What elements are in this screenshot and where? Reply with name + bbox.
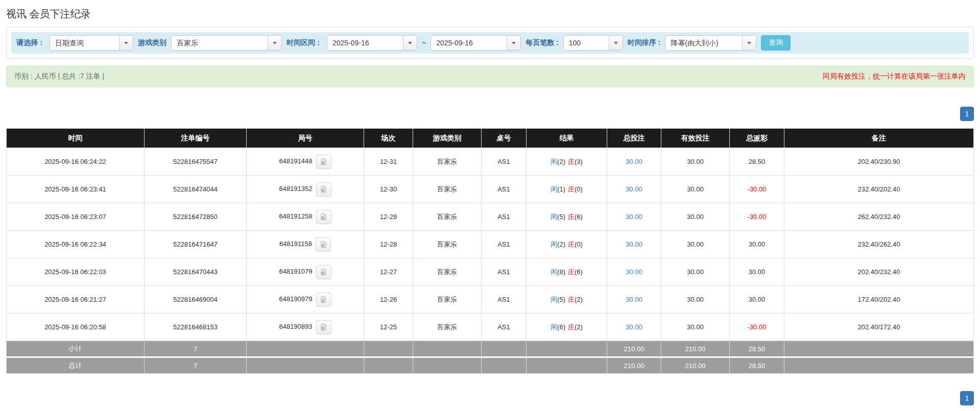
chevron-down-icon [614, 42, 618, 46]
cell-bet-id: 522816471647 [145, 231, 247, 258]
cell-session: 12-26 [364, 286, 413, 313]
cell-game-type: 百家乐 [413, 231, 482, 258]
time-sort-select[interactable]: 降幂(由大到小) [665, 35, 756, 51]
banker-result-label: 庄 [568, 296, 575, 303]
player-result-count: (1) [557, 185, 565, 193]
video-replay-button[interactable] [316, 182, 331, 197]
player-result-label: 闲 [551, 213, 557, 221]
date-to-value[interactable]: 2025-09-16 [431, 36, 507, 50]
pagination-page-1-button[interactable]: 1 [960, 391, 974, 405]
subtotal-empty-cell [784, 341, 974, 357]
table-row: 2025-09-16 06:21:27 522816469004 6481909… [7, 286, 974, 313]
video-file-icon [320, 213, 327, 221]
date-to-dropdown-button[interactable] [507, 36, 520, 50]
page-size-select[interactable]: 100 [563, 35, 623, 51]
cell-valid-bet: 30.00 [661, 313, 730, 341]
grand-total-row: 总计 7 210.00 210.00 28.50 [7, 357, 974, 374]
table-row: 2025-09-16 06:22:03 522816470443 6481910… [7, 258, 974, 286]
date-to-select[interactable]: 2025-09-16 [431, 35, 521, 51]
total-bet-link[interactable]: 30.00 [626, 185, 642, 193]
game-type-select[interactable]: 百家乐 [171, 35, 282, 51]
video-replay-button[interactable] [316, 320, 331, 334]
cell-remark: 262.40/232.40 [784, 203, 974, 231]
total-bet-link[interactable]: 30.00 [626, 240, 642, 248]
cell-round-id: 648191158 [247, 231, 364, 258]
subtotal-total-bet: 210.00 [607, 341, 661, 357]
banker-result-count: (6) [575, 268, 583, 276]
total-bet-link[interactable]: 30.00 [626, 268, 642, 276]
cell-session: 12-25 [364, 313, 413, 341]
query-type-label: 请选择： [16, 38, 45, 47]
grand-total-valid-bet: 210.00 [661, 357, 730, 374]
total-bet-link[interactable]: 30.00 [626, 158, 642, 165]
cell-total-bet: 30.00 [607, 258, 661, 286]
cell-table-no: AS1 [482, 258, 527, 286]
cell-result: 闲(5)庄(2) [527, 286, 607, 313]
cell-valid-bet: 30.00 [661, 203, 730, 231]
video-replay-button[interactable] [316, 265, 331, 279]
subtotal-valid-bet: 210.00 [661, 341, 730, 357]
video-replay-button[interactable] [316, 237, 331, 252]
video-replay-button[interactable] [316, 293, 331, 307]
page-size-label: 每页笔数 : [525, 38, 559, 47]
grand-total-empty-cell [413, 357, 482, 374]
player-result-count: (5) [557, 213, 565, 221]
cell-game-type: 百家乐 [413, 203, 482, 231]
search-button[interactable]: 查询 [761, 35, 791, 51]
grand-total-empty-cell [527, 357, 607, 374]
cell-time: 2025-09-16 06:22:34 [7, 231, 145, 258]
cell-remark: 232.40/262.40 [784, 231, 974, 258]
player-result-label: 闲 [551, 158, 557, 165]
subtotal-empty-cell [247, 341, 364, 357]
time-sort-value[interactable]: 降幂(由大到小) [665, 36, 742, 50]
pagination-page-1-button[interactable]: 1 [960, 107, 974, 121]
cell-payout: -30.00 [730, 313, 784, 341]
time-range-label: 时间区间： [286, 38, 322, 47]
cell-table-no: AS1 [482, 286, 527, 313]
cell-session: 12-31 [364, 148, 413, 176]
player-result-count: (5) [557, 296, 565, 303]
table-row: 2025-09-16 06:23:07 522816472850 6481912… [7, 203, 974, 231]
cell-game-type: 百家乐 [413, 313, 482, 341]
total-bet-link[interactable]: 30.00 [626, 323, 642, 331]
chevron-down-icon [273, 42, 277, 46]
cell-remark: 202.40/232.40 [784, 258, 974, 286]
cell-round-id: 648190893 [247, 313, 364, 341]
time-sort-dropdown-button[interactable] [742, 36, 756, 50]
date-from-select[interactable]: 2025-09-16 [327, 35, 417, 51]
total-bet-link[interactable]: 30.00 [626, 213, 642, 221]
page-size-value[interactable]: 100 [564, 36, 609, 50]
query-type-value[interactable]: 日期查询 [50, 36, 119, 50]
cell-bet-id: 522816474044 [145, 176, 247, 203]
cell-valid-bet: 30.00 [661, 176, 730, 203]
total-bet-link[interactable]: 30.00 [626, 296, 642, 303]
date-from-dropdown-button[interactable] [403, 36, 417, 50]
chevron-down-icon [408, 42, 412, 46]
page-size-dropdown-button[interactable] [609, 36, 623, 50]
video-replay-button[interactable] [316, 210, 331, 224]
cell-session: 12-29 [364, 203, 413, 231]
grand-total-empty-cell [482, 357, 527, 374]
game-type-value[interactable]: 百家乐 [172, 36, 268, 50]
game-type-dropdown-button[interactable] [268, 36, 281, 50]
player-result-count: (2) [557, 240, 565, 248]
round-id-value: 648191079 [279, 268, 312, 275]
date-range-separator: ~ [422, 39, 426, 47]
col-header-result: 结果 [527, 129, 607, 148]
cell-payout: -30.00 [730, 176, 784, 203]
col-header-round-id: 局号 [247, 129, 364, 148]
cell-session: 12-30 [364, 176, 413, 203]
query-type-select[interactable]: 日期查询 [50, 35, 133, 51]
query-type-dropdown-button[interactable] [119, 36, 133, 50]
cell-table-no: AS1 [482, 176, 527, 203]
grand-total-payout: 28.50 [730, 357, 784, 374]
date-from-value[interactable]: 2025-09-16 [327, 36, 403, 50]
table-footer: 小计 7 210.00 210.00 28.50 总计 7 2 [7, 341, 974, 374]
cell-total-bet: 30.00 [607, 148, 661, 176]
cell-total-bet: 30.00 [607, 203, 661, 231]
chevron-down-icon [512, 42, 516, 46]
cell-bet-id: 522816472850 [145, 203, 247, 231]
cell-round-id: 648191079 [247, 258, 364, 286]
subtotal-label: 小计 [7, 341, 145, 357]
video-replay-button[interactable] [316, 155, 331, 169]
